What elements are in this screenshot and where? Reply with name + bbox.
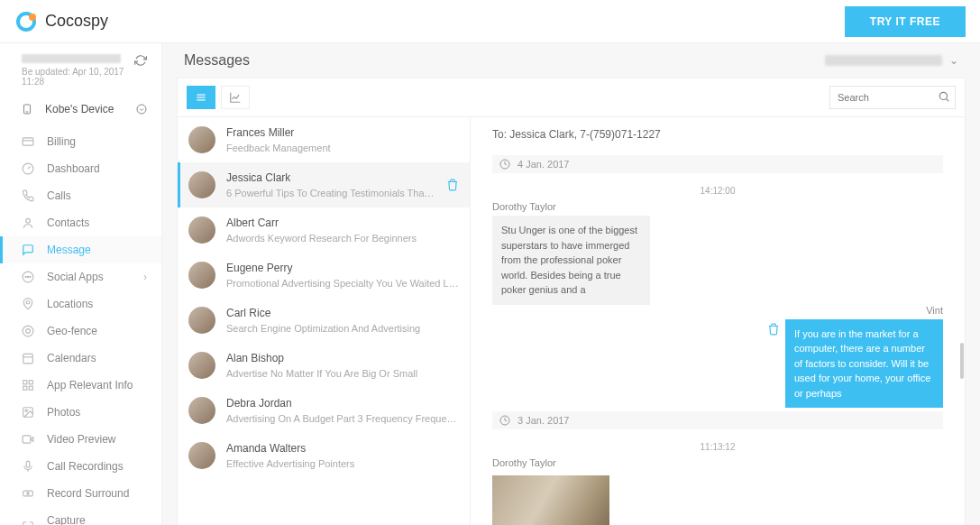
chat-to: To: Jessica Clark, 7-(759)071-1227 bbox=[492, 117, 943, 152]
card-icon bbox=[22, 135, 34, 148]
contact-name: Alan Bishop bbox=[226, 352, 459, 364]
device-label: Kobe's Device bbox=[45, 103, 114, 115]
svg-rect-20 bbox=[23, 386, 27, 390]
contact-snippet: 6 Powerful Tips To Creating Testimonials… bbox=[226, 188, 435, 198]
search-wrapper bbox=[829, 86, 956, 109]
time-label: 11:13:12 bbox=[492, 442, 943, 452]
search-input[interactable] bbox=[829, 86, 956, 109]
sidebar-item-calls[interactable]: Calls bbox=[0, 182, 161, 209]
contact-row[interactable]: Frances MillerFeedback Management bbox=[178, 117, 470, 162]
svg-rect-24 bbox=[23, 436, 31, 443]
contact-row[interactable]: Alan BishopAdvertise No Matter If You Ar… bbox=[178, 343, 470, 388]
message-image bbox=[492, 475, 609, 525]
sidebar-item-recordings[interactable]: Call Recordings bbox=[0, 453, 161, 480]
svg-point-23 bbox=[25, 410, 27, 411]
avatar bbox=[188, 397, 215, 424]
contact-name: Carl Rice bbox=[226, 307, 459, 319]
sidebar: Be updated: Apr 10, 2017 11:28 Kobe's De… bbox=[0, 43, 162, 525]
sidebar-item-contacts[interactable]: Contacts bbox=[0, 209, 161, 236]
avatar bbox=[188, 442, 215, 469]
svg-rect-18 bbox=[23, 381, 27, 384]
list-icon bbox=[195, 91, 207, 104]
chevron-down-icon: ⌄ bbox=[949, 54, 958, 67]
clock-icon bbox=[499, 415, 510, 426]
sidebar-item-photos[interactable]: Photos bbox=[0, 399, 161, 426]
sidebar-item-surround[interactable]: Record Surround bbox=[0, 480, 161, 507]
avatar bbox=[188, 216, 215, 244]
updated-label: Be updated: Apr 10, 2017 11:28 bbox=[22, 67, 134, 87]
brand: Cocospy bbox=[14, 10, 108, 33]
contact-snippet: Promotional Advertising Specialty You Ve… bbox=[226, 278, 459, 289]
refresh-icon[interactable] bbox=[134, 54, 147, 67]
svg-point-11 bbox=[27, 276, 28, 277]
contact-snippet: Search Engine Optimization And Advertisi… bbox=[226, 323, 459, 334]
sidebar-item-social[interactable]: Social Apps› bbox=[0, 263, 161, 290]
chart-icon bbox=[229, 91, 242, 104]
chat-panel: To: Jessica Clark, 7-(759)071-1227 4 Jan… bbox=[471, 117, 965, 525]
device-selector[interactable]: Kobe's Device bbox=[0, 94, 161, 124]
calendar-icon bbox=[22, 352, 34, 364]
grid-icon bbox=[22, 379, 34, 391]
avatar bbox=[188, 352, 215, 379]
sidebar-item-video[interactable]: Video Preview bbox=[0, 426, 161, 453]
account-name-blurred bbox=[22, 54, 121, 63]
svg-point-33 bbox=[939, 92, 947, 99]
contact-snippet: Advertise No Matter If You Are Big Or Sm… bbox=[226, 368, 459, 379]
avatar bbox=[188, 262, 215, 289]
sidebar-item-locations[interactable]: Locations bbox=[0, 290, 161, 318]
gauge-icon bbox=[22, 162, 34, 175]
svg-point-13 bbox=[26, 301, 30, 305]
sidebar-item-geofence[interactable]: Geo-fence bbox=[0, 318, 161, 345]
scrollbar[interactable] bbox=[960, 343, 964, 379]
sender-name: Dorothy Taylor bbox=[492, 201, 943, 212]
svg-rect-25 bbox=[26, 461, 30, 467]
search-icon[interactable] bbox=[938, 90, 950, 103]
phone-icon bbox=[22, 189, 34, 202]
contact-name: Eugene Perry bbox=[226, 262, 459, 274]
contact-row[interactable]: Debra JordanAdvertising On A Budget Part… bbox=[178, 388, 470, 433]
chevron-down-icon bbox=[136, 104, 147, 115]
svg-line-34 bbox=[946, 98, 948, 101]
message-icon bbox=[22, 244, 34, 256]
svg-rect-16 bbox=[23, 354, 33, 364]
contact-row[interactable]: Carl RiceSearch Engine Optimization And … bbox=[178, 298, 470, 343]
try-free-button[interactable]: TRY IT FREE bbox=[845, 6, 966, 37]
tab-list[interactable] bbox=[187, 86, 215, 109]
svg-rect-5 bbox=[23, 138, 33, 145]
delete-icon[interactable] bbox=[767, 323, 780, 336]
sidebar-item-apps[interactable]: App Relevant Info bbox=[0, 372, 161, 399]
tab-chart[interactable] bbox=[221, 86, 250, 109]
svg-point-12 bbox=[30, 276, 31, 277]
contact-row[interactable]: Amanda WaltersEffective Advertising Poin… bbox=[178, 433, 470, 478]
contact-name: Amanda Walters bbox=[226, 442, 459, 455]
chevron-right-icon: › bbox=[143, 271, 147, 283]
contact-snippet: Feedback Management bbox=[226, 143, 459, 153]
sidebar-item-billing[interactable]: Billing bbox=[0, 128, 161, 155]
logo-icon bbox=[14, 10, 38, 33]
svg-rect-21 bbox=[29, 386, 32, 390]
video-icon bbox=[22, 433, 34, 446]
brand-name: Cocospy bbox=[45, 12, 108, 31]
sidebar-item-calendars[interactable]: Calendars bbox=[0, 345, 161, 372]
sidebar-item-screenshots[interactable]: Capture Screenshots bbox=[0, 507, 161, 525]
date-separator: 4 Jan. 2017 bbox=[492, 155, 943, 173]
delete-icon[interactable] bbox=[446, 179, 459, 191]
contact-name: Jessica Clark bbox=[226, 171, 435, 184]
svg-point-15 bbox=[26, 329, 31, 334]
contact-row[interactable]: Albert CarrAdwords Keyword Research For … bbox=[178, 207, 470, 253]
sidebar-item-message[interactable]: Message bbox=[0, 236, 161, 263]
contact-row[interactable]: Eugene PerryPromotional Advertising Spec… bbox=[178, 253, 470, 298]
date-separator: 3 Jan. 2017 bbox=[492, 411, 943, 429]
contact-snippet: Advertising On A Budget Part 3 Frequency… bbox=[226, 413, 459, 424]
contact-row[interactable]: Jessica Clark6 Powerful Tips To Creating… bbox=[178, 162, 470, 207]
svg-point-27 bbox=[27, 493, 29, 494]
page-title: Messages bbox=[184, 52, 250, 69]
contact-name: Debra Jordan bbox=[226, 397, 459, 410]
sidebar-item-dashboard[interactable]: Dashboard bbox=[0, 155, 161, 182]
sender-name: Vint bbox=[492, 305, 943, 316]
capture-icon bbox=[22, 520, 34, 525]
contact-name: Albert Carr bbox=[226, 216, 459, 229]
contacts-list: Frances MillerFeedback Management Jessic… bbox=[178, 117, 471, 525]
chat-icon bbox=[22, 271, 34, 283]
account-dropdown[interactable]: ⌄ bbox=[825, 54, 958, 67]
